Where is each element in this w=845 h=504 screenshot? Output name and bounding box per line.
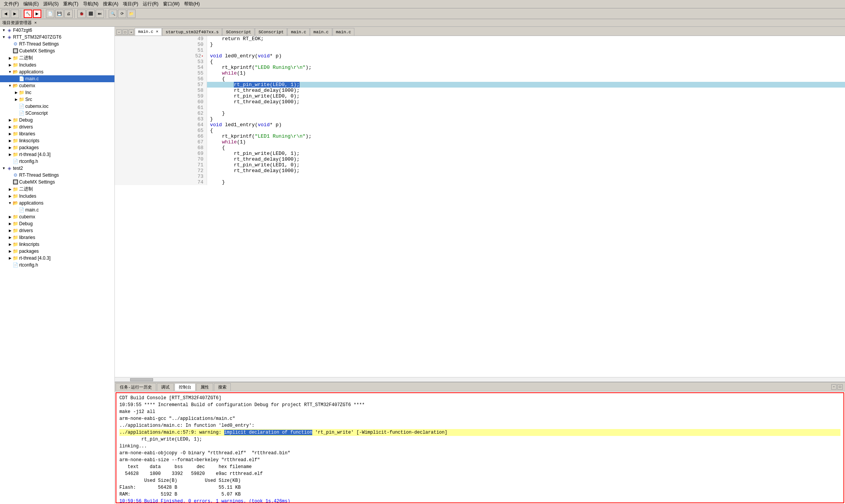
tree-toggle-applications1[interactable]: ▼ [8, 70, 12, 74]
tree-item-libraries2[interactable]: ▶ 📁 libraries [0, 234, 114, 241]
menu-project[interactable]: 项目(P) [121, 0, 140, 8]
tree-toggle-binary2[interactable]: ▶ [8, 187, 12, 192]
close-editor-btn[interactable]: × [129, 29, 134, 35]
bottom-tab-debug[interactable]: 调试 [157, 383, 174, 391]
menu-file[interactable]: 文件(F) [2, 0, 21, 8]
tree-item-rtthread-settings[interactable]: ⚙ RT-Thread Settings [0, 41, 114, 47]
tree-toggle-includes1[interactable]: ▶ [8, 63, 12, 67]
toolbar-btn-run[interactable]: ▶ [33, 10, 41, 18]
tree-item-rtconfig-h2[interactable]: 📄 rtconfig.h [0, 262, 114, 268]
menu-source[interactable]: 源码(S) [41, 0, 61, 8]
tree-toggle-cubemx1[interactable]: ▼ [8, 83, 12, 88]
tree-toggle-packages1[interactable]: ▶ [8, 145, 12, 150]
bottom-tab-properties[interactable]: 属性 [196, 383, 213, 391]
tree-item-cubemx2[interactable]: ▶ 📁 cubemx [0, 213, 114, 220]
tab-sconscript-1[interactable]: SConscript [222, 28, 254, 36]
bottom-tab-search[interactable]: 搜索 [214, 383, 231, 391]
tab-main-c-4[interactable]: main.c [333, 28, 355, 36]
tree-item-applications2[interactable]: ▼ 📂 applications [0, 200, 114, 206]
tree-toggle-rt-thread2[interactable]: ▶ [8, 256, 12, 260]
tree-toggle-rtthread-settings2[interactable] [8, 173, 12, 177]
tree-item-packages1[interactable]: ▶ 📁 packages [0, 144, 114, 151]
tab-main-c-3[interactable]: main.c [310, 28, 332, 36]
tree-item-rtthread-settings2[interactable]: ⚙ RT-Thread Settings [0, 172, 114, 179]
tree-toggle-cubemx2[interactable]: ▶ [8, 215, 12, 219]
tree-item-binary1[interactable]: ▶ 📁 二进制 [0, 54, 114, 62]
tree-toggle-src1[interactable]: ▶ [14, 97, 18, 102]
bottom-tab-tasks[interactable]: 任务-运行一历史 [116, 383, 156, 391]
code-editor[interactable]: 49 return RT_EOK; 50 } 51 [115, 36, 845, 377]
toolbar-btn-save[interactable]: 💾 [55, 10, 64, 18]
tree-item-debug1[interactable]: ▶ 📁 Debug [0, 117, 114, 124]
tree-item-sconscript1[interactable]: 📄 SConscript [0, 110, 114, 117]
menu-edit[interactable]: 编辑(E) [21, 0, 41, 8]
minimize-bottom-btn[interactable]: − [831, 384, 837, 390]
tree-item-libraries1[interactable]: ▶ 📁 libraries [0, 130, 114, 137]
tree-toggle-includes2[interactable]: ▶ [8, 194, 12, 198]
toolbar-btn-new[interactable]: 📄 [46, 10, 54, 18]
tree-item-main-c-2[interactable]: 📄 main.c [0, 206, 114, 213]
tree-item-drivers2[interactable]: ▶ 📁 drivers [0, 227, 114, 234]
toolbar-btn-stop[interactable]: ⬛ [86, 10, 95, 18]
sidebar[interactable]: ▼ ◈ F407zgt6 ▼ ◈ RTT_STM32F407ZGT6 ⚙ RT-… [0, 27, 115, 504]
menu-search[interactable]: 搜索(A) [101, 0, 121, 8]
tree-item-f407zgt6[interactable]: ▼ ◈ F407zgt6 [0, 27, 114, 34]
tree-item-cubemx-settings[interactable]: 🔲 CubeMX Settings [0, 47, 114, 54]
tree-toggle-binary1[interactable]: ▶ [8, 56, 12, 60]
tree-toggle-packages2[interactable]: ▶ [8, 249, 12, 254]
tab-main-c-2[interactable]: main.c [287, 28, 310, 36]
tree-item-cubemx1[interactable]: ▼ 📂 cubemx [0, 82, 114, 89]
tree-item-rtt[interactable]: ▼ ◈ RTT_STM32F407ZGT6 [0, 34, 114, 41]
tab-startup[interactable]: startup_stm32f407xx.s [162, 28, 222, 36]
tree-toggle-applications2[interactable]: ▼ [8, 201, 12, 205]
tree-item-drivers1[interactable]: ▶ 📁 drivers [0, 124, 114, 130]
tree-toggle-drivers2[interactable]: ▶ [8, 228, 12, 233]
tree-item-src1[interactable]: ▶ 📁 Src [0, 96, 114, 103]
tree-toggle-rtt[interactable]: ▼ [2, 35, 6, 39]
tree-toggle-debug2[interactable]: ▶ [8, 221, 12, 226]
tree-toggle-cubemx-settings[interactable] [8, 49, 12, 53]
menu-navigate[interactable]: 导航(N) [81, 0, 101, 8]
maximize-editor-btn[interactable]: □ [122, 29, 128, 35]
toolbar-btn-open[interactable]: 📁 [127, 10, 135, 18]
tree-item-includes2[interactable]: ▶ 📁 Includes [0, 193, 114, 200]
tree-item-rtconfig-h1[interactable]: 📄 rtconfig.h [0, 158, 114, 165]
tree-item-applications1[interactable]: ▼ 📂 applications [0, 68, 114, 75]
editor-scrollbar-h[interactable] [115, 377, 845, 382]
menu-refactor[interactable]: 重构(T) [61, 0, 80, 8]
tree-item-inc1[interactable]: ▶ 📁 Inc [0, 89, 114, 96]
tree-toggle-inc1[interactable]: ▶ [14, 90, 18, 95]
tree-item-linkscripts1[interactable]: ▶ 📁 linkscripts [0, 137, 114, 144]
tree-toggle-libraries2[interactable]: ▶ [8, 235, 12, 240]
tree-toggle-debug1[interactable]: ▶ [8, 118, 12, 122]
tab-main-c[interactable]: main.c × [135, 28, 162, 36]
tree-item-debug2[interactable]: ▶ 📁 Debug [0, 220, 114, 227]
tree-item-linkscripts2[interactable]: ▶ 📁 linkscripts [0, 241, 114, 248]
tree-item-main-c-1[interactable]: 📄 main.c [0, 75, 114, 82]
bottom-tab-console[interactable]: 控制台 [175, 383, 196, 391]
toolbar-btn-fwd[interactable]: ▶ [11, 10, 19, 18]
menu-help[interactable]: 帮助(H) [182, 0, 202, 8]
maximize-bottom-btn[interactable]: □ [837, 384, 843, 390]
toolbar-btn-step[interactable]: ⏭ [96, 10, 104, 18]
toolbar-btn-back[interactable]: ◀ [2, 10, 10, 18]
tree-item-binary2[interactable]: ▶ 📁 二进制 [0, 185, 114, 193]
tree-toggle-f407zgt6[interactable]: ▼ [2, 28, 6, 33]
tree-toggle-test2[interactable]: ▼ [2, 166, 6, 171]
tree-item-rt-thread2[interactable]: ▶ 📁 rt-thread [4.0.3] [0, 255, 114, 262]
tree-item-test2[interactable]: ▼ ◈ test2 [0, 165, 114, 172]
toolbar-btn-search[interactable]: 🔍 [109, 10, 117, 18]
tree-item-cubemx-settings2[interactable]: 🔲 CubeMX Settings [0, 179, 114, 185]
tree-item-packages2[interactable]: ▶ 📁 packages [0, 248, 114, 255]
tree-toggle-cubemx-settings2[interactable] [8, 180, 12, 184]
tree-toggle-linkscripts2[interactable]: ▶ [8, 242, 12, 247]
toolbar-btn-build[interactable]: 🔨 [24, 10, 32, 18]
tree-toggle-drivers1[interactable]: ▶ [8, 125, 12, 129]
tab-sconscript-2[interactable]: SConscript [255, 28, 287, 36]
tree-item-includes1[interactable]: ▶ 📁 Includes [0, 62, 114, 68]
minimize-editor-btn[interactable]: − [116, 29, 122, 35]
menu-run[interactable]: 运行(R) [140, 0, 161, 8]
tree-item-cubemx-ioc[interactable]: 📄 cubemx.ioc [0, 103, 114, 110]
console-area[interactable]: CDT Build Console [RTT_STM32F407ZGT6] 10… [116, 392, 844, 503]
tree-toggle-libraries1[interactable]: ▶ [8, 132, 12, 136]
